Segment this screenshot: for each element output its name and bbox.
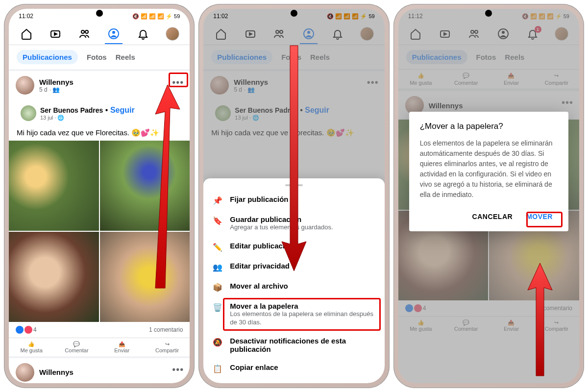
sheet-edit[interactable]: ✏️ Editar publicación	[203, 237, 384, 257]
photo-3[interactable]	[9, 232, 99, 322]
post-text: Mi hijo cada vez que ve Florecitas. 🥹💕✨	[9, 125, 190, 141]
post-time: 5 d · 👥	[39, 86, 74, 93]
edit-icon: ✏️	[212, 242, 223, 252]
camera-hole	[96, 10, 103, 17]
options-sheet: 📌 Fijar publicación 🔖 Guardar publicació…	[203, 178, 384, 383]
action-bar: 👍Me gusta 💬Comentar 📤Enviar ↪Compartir	[9, 338, 190, 356]
post-avatar[interactable]	[16, 363, 34, 382]
sheet-pin[interactable]: 📌 Fijar publicación	[203, 190, 384, 210]
nav-friends[interactable]	[75, 24, 95, 44]
bookmark-icon: 🔖	[212, 215, 223, 225]
dialog-cancel-button[interactable]: CANCELAR	[467, 209, 518, 224]
photo-4[interactable]	[100, 232, 190, 322]
love-reaction-icon	[24, 326, 32, 334]
svg-point-4	[112, 31, 115, 34]
top-nav	[9, 23, 190, 45]
screen-1: 11:02 🔇 📶 📶 📶 ⚡59 Publicaciones Fotos Re…	[9, 9, 190, 383]
sheet-save[interactable]: 🔖 Guardar publicaciónAgregar a tus eleme…	[203, 210, 384, 237]
action-comment[interactable]: 💬Comentar	[54, 338, 99, 356]
phone-frame-2: 11:02 🔇 📶 📶 📶 ⚡59 Publicaciones Fotos Re…	[198, 4, 389, 388]
shared-username[interactable]: Ser Buenos Padres	[40, 106, 103, 114]
sheet-handle[interactable]	[285, 184, 303, 186]
archive-icon: 📦	[212, 282, 223, 292]
annotation-highlight-trash	[223, 298, 380, 331]
sheet-privacy[interactable]: 👥 Editar privacidad	[203, 257, 384, 277]
post-avatar[interactable]	[16, 76, 34, 95]
photo-1[interactable]	[9, 141, 99, 231]
confirm-dialog: ¿Mover a la papelera? Los elementos de l…	[409, 112, 568, 231]
post-next: Willennys •••	[9, 356, 190, 383]
screen-2: 11:02 🔇 📶 📶 📶 ⚡59 Publicaciones Fotos Re…	[203, 9, 384, 383]
nav-profile[interactable]	[104, 24, 123, 44]
camera-hole	[291, 10, 297, 17]
sheet-archive[interactable]: 📦 Mover al archivo	[203, 277, 384, 297]
mute-icon: 🔕	[212, 337, 223, 347]
dialog-body: Los elementos de la papelera se eliminar…	[420, 138, 558, 200]
post-username[interactable]: Willennys	[39, 78, 74, 86]
annotation-highlight-more	[169, 73, 188, 87]
follow-link[interactable]: Seguir	[110, 106, 135, 114]
like-reaction-icon	[16, 326, 24, 334]
nav-home[interactable]	[17, 24, 36, 44]
comments-count[interactable]: 1 comentario	[149, 326, 183, 333]
screen-3: 11:12 🔇 📶 📶 📶 ⚡59 1 Publicaciones Fotos …	[398, 9, 579, 383]
post-meta: 4 1 comentario	[9, 322, 190, 338]
svg-point-1	[81, 30, 84, 33]
camera-hole	[485, 10, 492, 17]
post-more-button[interactable]: •••	[172, 364, 184, 375]
action-like[interactable]: 👍Me gusta	[9, 338, 54, 356]
shared-post: Ser Buenos Padres • Seguir 13 jul · 🌐	[16, 101, 183, 125]
link-icon: 📋	[212, 363, 223, 373]
privacy-icon: 👥	[212, 262, 223, 272]
tab-reels[interactable]: Reels	[116, 53, 135, 61]
dialog-title: ¿Mover a la papelera?	[420, 122, 558, 131]
shared-avatar[interactable]	[21, 105, 36, 121]
nav-watch[interactable]	[46, 24, 65, 44]
post: Willennys 5 d · 👥 ••• Ser Buenos Padres …	[9, 69, 190, 356]
action-send[interactable]: 📤Enviar	[99, 338, 145, 356]
phone-frame-3: 11:12 🔇 📶 📶 📶 ⚡59 1 Publicaciones Fotos …	[393, 4, 584, 388]
status-icons: 🔇 📶 📶 📶 ⚡59	[132, 13, 180, 20]
trash-icon: 🗑️	[212, 302, 223, 312]
sheet-copy[interactable]: 📋 Copiar enlace	[203, 358, 384, 378]
tab-posts[interactable]: Publicaciones	[17, 50, 78, 64]
status-time: 11:02	[19, 13, 33, 20]
svg-point-2	[85, 30, 88, 33]
menu-avatar-icon	[166, 27, 179, 41]
photo-2[interactable]	[100, 141, 190, 231]
nav-notifications[interactable]	[133, 24, 153, 44]
profile-tabs: Publicaciones Fotos Reels	[9, 45, 190, 69]
action-share[interactable]: ↪Compartir	[145, 338, 190, 356]
shared-time: 13 jul · 🌐	[40, 115, 135, 121]
tab-photos[interactable]: Fotos	[87, 53, 107, 61]
reactions[interactable]: 4	[16, 326, 37, 334]
phone-frame-1: 11:02 🔇 📶 📶 📶 ⚡59 Publicaciones Fotos Re…	[4, 4, 195, 388]
photo-grid	[9, 141, 190, 321]
annotation-highlight-confirm	[526, 212, 563, 227]
nav-menu[interactable]	[163, 24, 182, 44]
post-header: Willennys 5 d · 👥 •••	[9, 71, 190, 99]
sheet-trash[interactable]: 🗑️ Mover a la papeleraLos elementos de l…	[203, 297, 384, 332]
sheet-mute[interactable]: 🔕 Desactivar notificaciones de esta publ…	[203, 332, 384, 358]
pin-icon: 📌	[212, 195, 223, 205]
